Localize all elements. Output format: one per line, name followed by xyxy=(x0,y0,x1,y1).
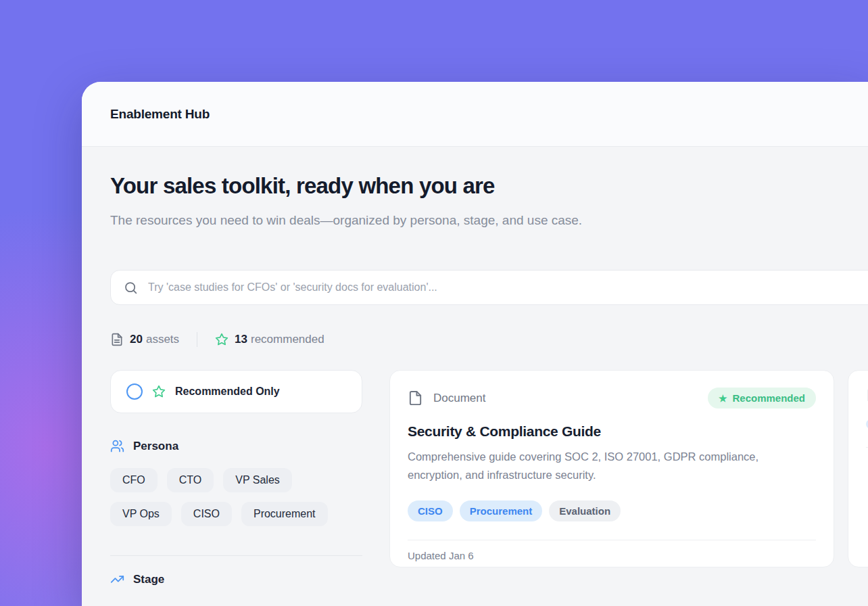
search-bar[interactable] xyxy=(110,270,868,305)
stats-row: 20 assets 13 recommended xyxy=(110,332,868,347)
card-updated-text: Updated Jan 6 xyxy=(408,540,816,572)
persona-chips: CFO CTO VP Sales VP Ops CISO Procurement xyxy=(110,468,362,526)
card-type-label: Document xyxy=(433,392,485,405)
card-top-row: Document ★ Recommended xyxy=(408,388,816,409)
page-subtitle: The resources you need to win deals—orga… xyxy=(110,210,590,231)
filter-chip-cfo[interactable]: CFO xyxy=(110,468,158,492)
persona-section-label: Persona xyxy=(133,440,178,453)
stage-section-label: Stage xyxy=(133,573,164,586)
panel-body: Your sales toolkit, ready when you are T… xyxy=(82,147,868,586)
recommended-badge-label: Recommended xyxy=(732,392,805,404)
page-title: Your sales toolkit, ready when you are xyxy=(110,172,868,200)
recommended-count: 13 xyxy=(235,333,247,346)
card-title: Security & Compliance Guide xyxy=(408,423,816,440)
recommended-only-toggle[interactable]: Recommended Only xyxy=(110,370,362,413)
recommended-label: recommended xyxy=(251,333,324,346)
star-outline-icon xyxy=(152,385,166,398)
filter-chip-ciso[interactable]: CISO xyxy=(181,502,232,526)
card-tags: CISO Procurement Evaluation xyxy=(408,500,816,521)
app-title: Enablement Hub xyxy=(110,107,210,122)
card-type: Document xyxy=(408,390,485,406)
panel-header: Enablement Hub xyxy=(82,82,868,147)
users-icon xyxy=(110,439,124,453)
asset-card-partial[interactable] xyxy=(848,370,868,567)
filter-chip-vp-ops[interactable]: VP Ops xyxy=(110,502,172,526)
filters-sidebar: Recommended Only Persona CFO CTO VP Sale… xyxy=(110,370,362,586)
toggle-circle-icon xyxy=(126,383,143,400)
file-text-icon xyxy=(110,333,124,346)
filter-chip-procurement[interactable]: Procurement xyxy=(241,502,328,526)
search-input[interactable] xyxy=(147,281,868,294)
file-icon xyxy=(408,390,423,406)
persona-section-header: Persona xyxy=(110,439,362,453)
tag-ciso[interactable]: CISO xyxy=(408,500,453,521)
filter-chip-cto[interactable]: CTO xyxy=(167,468,214,492)
search-icon xyxy=(124,281,138,295)
enablement-hub-panel: Enablement Hub Your sales toolkit, ready… xyxy=(82,82,868,606)
star-outline-icon xyxy=(215,333,228,346)
assets-label: assets xyxy=(146,333,179,346)
tag-evaluation[interactable]: Evaluation xyxy=(549,500,621,521)
assets-count: 20 xyxy=(130,333,143,346)
stats-divider xyxy=(197,332,197,347)
trending-up-icon xyxy=(110,572,124,586)
asset-cards-grid: Document ★ Recommended Security & Compli… xyxy=(389,370,868,567)
filter-chip-vp-sales[interactable]: VP Sales xyxy=(223,468,292,492)
card-description: Comprehensive guide covering SOC 2, ISO … xyxy=(408,448,786,484)
star-filled-icon: ★ xyxy=(719,394,727,403)
recommended-badge: ★ Recommended xyxy=(708,388,816,409)
stage-section-header: Stage xyxy=(110,572,362,586)
asset-card[interactable]: Document ★ Recommended Security & Compli… xyxy=(389,370,834,567)
content-area: Recommended Only Persona CFO CTO VP Sale… xyxy=(110,370,868,586)
recommended-only-label: Recommended Only xyxy=(175,386,280,398)
tag-procurement[interactable]: Procurement xyxy=(460,500,543,521)
filters-divider xyxy=(110,555,362,556)
